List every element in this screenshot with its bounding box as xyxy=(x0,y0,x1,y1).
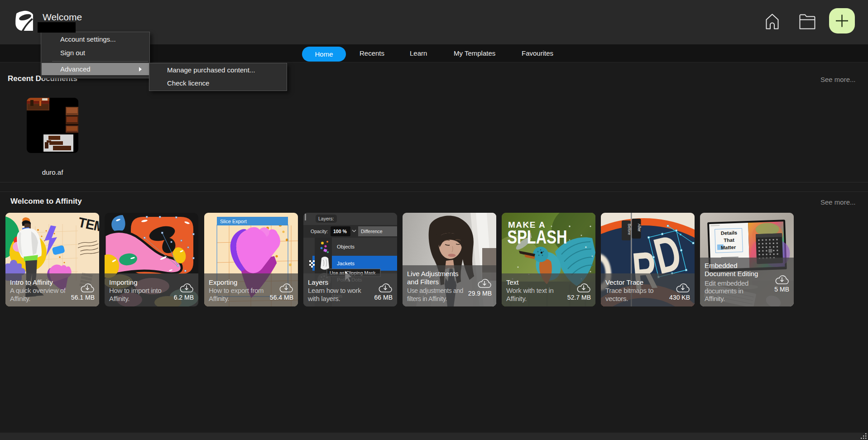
svg-text:That: That xyxy=(724,237,734,243)
svg-text:100 %: 100 % xyxy=(333,229,347,234)
svg-text:Objects: Objects xyxy=(337,244,355,249)
svg-text:Before: Before xyxy=(627,224,632,235)
svg-text:Difference: Difference xyxy=(361,229,383,234)
svg-text:Opacity:: Opacity: xyxy=(311,229,328,234)
svg-text:Matter: Matter xyxy=(721,244,736,250)
svg-text:Layers:: Layers: xyxy=(318,216,334,221)
svg-text:After: After xyxy=(637,224,642,232)
svg-text:Slice Export: Slice Export xyxy=(220,219,247,224)
svg-text:Details: Details xyxy=(721,230,737,236)
svg-text:SPLASH: SPLASH xyxy=(507,226,567,248)
svg-text:Jackets: Jackets xyxy=(337,261,355,266)
